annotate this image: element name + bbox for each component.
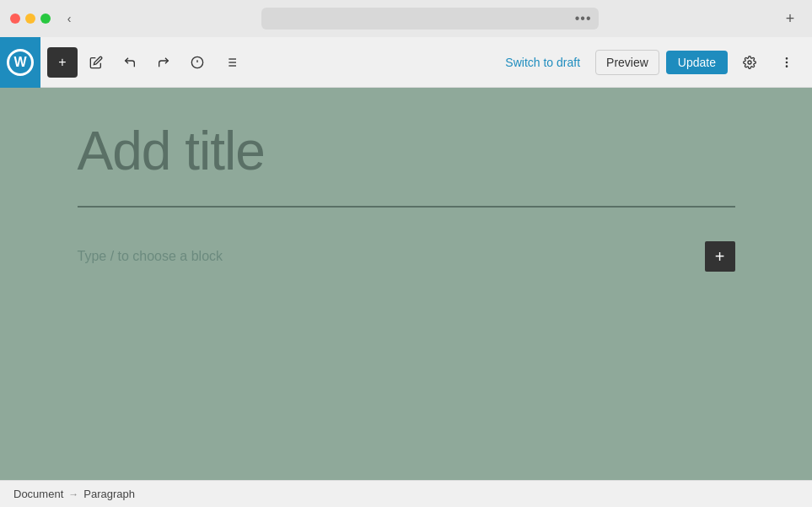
- block-placeholder-row: Type / to choose a block +: [78, 241, 735, 272]
- editor-area[interactable]: Add title Type / to choose a block +: [0, 88, 812, 480]
- svg-point-11: [786, 62, 787, 62]
- more-options-button[interactable]: [772, 47, 802, 78]
- breadcrumb-paragraph[interactable]: Paragraph: [83, 488, 135, 500]
- add-block-inline-button[interactable]: +: [705, 241, 735, 272]
- toolbar-right: Switch to draft Preview Update: [497, 47, 802, 78]
- undo-button[interactable]: [115, 47, 145, 78]
- switch-to-draft-button[interactable]: Switch to draft: [497, 51, 589, 74]
- redo-button[interactable]: [148, 47, 179, 78]
- fullscreen-button[interactable]: [40, 13, 51, 24]
- title-bar-right: +: [778, 7, 802, 30]
- settings-button[interactable]: [734, 47, 765, 78]
- wp-logo-inner: W: [7, 49, 34, 76]
- breadcrumb-arrow-icon: →: [68, 488, 78, 500]
- url-bar[interactable]: •••: [261, 8, 599, 30]
- new-tab-button[interactable]: +: [778, 7, 802, 30]
- close-button[interactable]: [10, 13, 20, 24]
- svg-point-9: [748, 61, 751, 64]
- svg-point-12: [786, 66, 787, 67]
- traffic-lights: [10, 13, 51, 24]
- title-bar: ‹ ••• +: [0, 0, 812, 37]
- wordpress-logo[interactable]: W: [0, 37, 40, 88]
- toolbar-left: +: [47, 47, 246, 78]
- url-bar-dots: •••: [575, 11, 592, 26]
- svg-point-10: [786, 57, 787, 58]
- update-button[interactable]: Update: [666, 51, 728, 74]
- page-title-placeholder[interactable]: Add title: [78, 121, 735, 181]
- add-block-button[interactable]: +: [47, 47, 78, 78]
- preview-button[interactable]: Preview: [595, 50, 659, 75]
- editor-divider: [78, 206, 735, 208]
- block-placeholder-text[interactable]: Type / to choose a block: [78, 249, 223, 264]
- list-view-button[interactable]: [216, 47, 246, 78]
- title-bar-center: •••: [88, 8, 772, 30]
- edit-button[interactable]: [81, 47, 111, 78]
- editor-content: Add title Type / to choose a block +: [78, 121, 735, 272]
- toolbar: W +: [0, 37, 812, 88]
- breadcrumb-document[interactable]: Document: [13, 488, 63, 500]
- status-bar: Document → Paragraph: [0, 480, 812, 507]
- minimize-button[interactable]: [25, 13, 35, 24]
- back-nav-button[interactable]: ‹: [57, 7, 81, 30]
- info-button[interactable]: [182, 47, 212, 78]
